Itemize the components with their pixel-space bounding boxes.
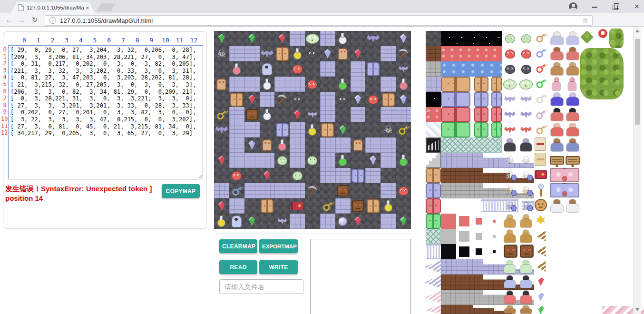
map-tile-blue-door[interactable] — [274, 122, 290, 137]
map-tile-red-gem[interactable] — [274, 31, 290, 46]
address-bar[interactable]: i 127.0.0.1:1055/drawMapGUI.html ☆ — [45, 15, 593, 26]
page-scrollbar[interactable] — [633, 27, 641, 314]
map-tile-green-gem[interactable] — [244, 31, 260, 46]
map-tile-wall[interactable] — [381, 77, 396, 92]
map-tile-golem[interactable] — [351, 137, 366, 153]
map-tile-wall[interactable] — [229, 122, 244, 137]
ts-sign[interactable] — [566, 153, 580, 167]
ts-fig[interactable] — [519, 214, 533, 228]
ts-sq[interactable] — [441, 214, 502, 229]
ts-key[interactable] — [534, 108, 548, 121]
ts-skelS[interactable]: ☠ — [503, 183, 517, 197]
ts-skelS[interactable]: ☠ — [519, 183, 533, 197]
map-tile-blue-gem[interactable] — [351, 92, 366, 107]
map-tile-green-potion[interactable] — [335, 77, 351, 92]
map-tile-wall[interactable] — [320, 168, 335, 183]
map-canvas[interactable]: ☠☠ — [214, 31, 411, 229]
map-tile-wall[interactable] — [320, 61, 335, 77]
ts-key[interactable] — [535, 62, 547, 74]
map-tile-floor[interactable] — [351, 31, 366, 46]
clearmap-button[interactable]: CLEARMAP — [219, 239, 257, 253]
map-tile-wall[interactable] — [290, 31, 305, 46]
map-tile-floor[interactable] — [214, 168, 229, 183]
ts-lava[interactable] — [426, 107, 441, 122]
map-tile-pickaxe[interactable] — [274, 92, 290, 107]
ts-wing[interactable] — [425, 290, 442, 304]
map-tile-floor[interactable] — [396, 137, 411, 153]
ts-lavt[interactable] — [426, 77, 441, 92]
ts-sign[interactable] — [550, 153, 564, 167]
matrix-textarea[interactable] — [8, 45, 203, 179]
browser-tab[interactable]: 127.0.0.1:1055/drawMa × — [10, 2, 95, 13]
map-tile-red-gem[interactable] — [214, 198, 229, 214]
ts-sq[interactable] — [441, 244, 502, 259]
map-tile-floor[interactable] — [244, 198, 260, 214]
map-tile-floor[interactable] — [365, 107, 381, 122]
map-tile-wall[interactable] — [335, 198, 351, 214]
map-tile-orange-door[interactable] — [260, 198, 275, 214]
map-tile-floor[interactable] — [274, 168, 290, 183]
map-tile-floor[interactable] — [244, 61, 260, 77]
ts-fig[interactable] — [550, 198, 564, 213]
map-tile-wall[interactable] — [244, 77, 260, 92]
new-tab-button[interactable] — [97, 3, 115, 11]
map-tile-skeleton[interactable]: ☠ — [214, 46, 229, 61]
map-tile-yellow-potion[interactable] — [381, 198, 396, 214]
map-tile-floor[interactable] — [244, 168, 260, 183]
ts-bars[interactable] — [426, 137, 441, 153]
map-tile-wall[interactable] — [229, 198, 244, 214]
map-tile-silver-orb[interactable] — [335, 214, 351, 229]
ts-wallface[interactable] — [550, 168, 579, 182]
ts-key[interactable] — [535, 92, 547, 105]
ts-scroll[interactable] — [535, 138, 546, 150]
map-tile-wall[interactable] — [244, 122, 260, 137]
ts-cob[interactable] — [426, 31, 441, 46]
map-tile-floor[interactable] — [351, 183, 366, 198]
scroll-down-icon[interactable] — [635, 308, 639, 311]
ts-gem[interactable] — [536, 290, 546, 303]
map-tile-floor[interactable] — [260, 214, 275, 229]
ts-doorR[interactable] — [474, 107, 488, 122]
map-tile-blue-gem[interactable] — [396, 92, 411, 107]
url-text[interactable]: 127.0.0.1:1055/drawMapGUI.html — [60, 17, 582, 24]
ts-fig[interactable] — [519, 229, 533, 243]
map-tile-ghost[interactable] — [260, 61, 275, 77]
ts-faceT[interactable] — [519, 244, 534, 258]
ts-wingIU[interactable] — [535, 259, 547, 273]
map-tile-wall[interactable] — [290, 137, 305, 153]
map-tile-floor[interactable] — [214, 137, 229, 153]
ts-sl[interactable] — [519, 47, 533, 60]
ts-fig[interactable] — [567, 77, 577, 91]
map-tile-golem[interactable] — [260, 137, 275, 153]
map-tile-skeleton[interactable]: ☠ — [381, 122, 396, 137]
map-tile-pickaxe[interactable] — [396, 46, 411, 61]
ts-doorB[interactable] — [441, 92, 470, 107]
ts-wing[interactable] — [425, 305, 442, 314]
ts-doorR[interactable] — [426, 198, 441, 214]
minimize-button[interactable] — [592, 3, 598, 10]
ts-star[interactable] — [535, 214, 547, 226]
map-tile-yellow-key[interactable] — [214, 107, 229, 122]
ts-stars[interactable] — [441, 31, 502, 46]
map-tile-orange-door[interactable] — [365, 198, 381, 214]
map-tile-red-potion[interactable] — [229, 61, 244, 77]
map-tile-wall[interactable] — [229, 46, 244, 61]
map-tile-floor[interactable] — [351, 153, 366, 168]
ts-key[interactable] — [535, 77, 547, 89]
map-tile-floor[interactable] — [381, 61, 396, 77]
exportmap-button[interactable]: EXPORTMAP — [259, 239, 298, 253]
ts-fig[interactable] — [566, 198, 580, 213]
ts-sl[interactable] — [503, 32, 517, 45]
ts-stars[interactable] — [426, 92, 441, 107]
ts-scepter[interactable] — [535, 184, 547, 197]
ts-doorB[interactable] — [474, 92, 488, 107]
ts-fig[interactable] — [550, 31, 564, 45]
ts-doorB[interactable] — [426, 183, 441, 198]
ts-doorO[interactable] — [474, 77, 488, 92]
map-tile-floor[interactable] — [335, 61, 351, 77]
map-tile-wall[interactable] — [229, 77, 244, 92]
map-tile-red-slime[interactable] — [396, 183, 411, 198]
map-tile-floor[interactable] — [365, 214, 381, 229]
filename-input[interactable] — [219, 279, 303, 294]
map-tile-floor[interactable] — [396, 198, 411, 214]
